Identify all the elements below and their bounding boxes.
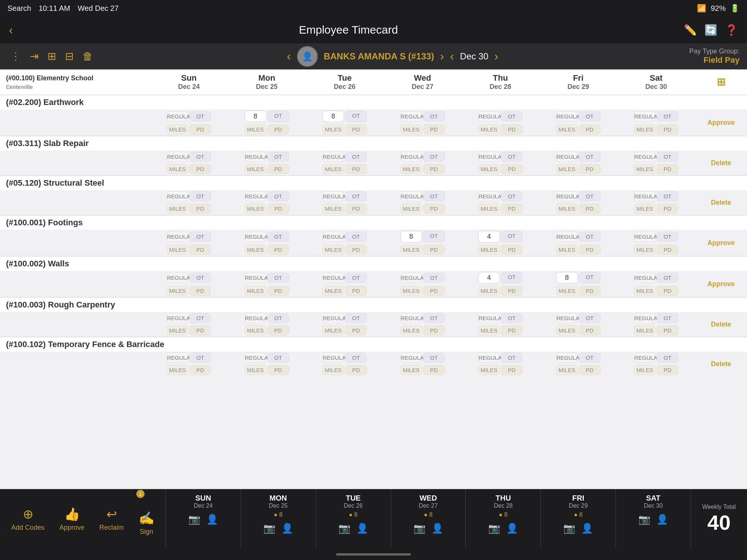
search-label[interactable]: Search — [7, 4, 31, 13]
pd-label-100002-day6[interactable]: PD — [657, 286, 678, 296]
reg-label-03311-day5[interactable]: REGULAR — [556, 152, 578, 162]
ot-label-03311-day0[interactable]: OT — [189, 152, 211, 162]
pd-label-100102-day6[interactable]: PD — [657, 365, 678, 375]
reg-label-100001-day2[interactable]: REGULAR — [322, 232, 344, 242]
pd-label-100002-day4[interactable]: PD — [501, 286, 523, 296]
pd-label-05120-day6[interactable]: PD — [657, 204, 678, 214]
reg-label-03311-day3[interactable]: REGULAR — [400, 152, 422, 162]
ot-label-05120-day4[interactable]: OT — [501, 191, 523, 201]
logout-button[interactable]: ⇥ — [27, 47, 41, 65]
ot-label-100001-day4[interactable]: OT — [501, 231, 523, 242]
pd-label-100001-day2[interactable]: PD — [345, 245, 367, 255]
pd-label-05120-day4[interactable]: PD — [501, 204, 523, 214]
miles-label-100001-day0[interactable]: MILES — [167, 245, 188, 255]
paste-button[interactable]: ⊟ — [62, 47, 77, 65]
pd-label-03311-day5[interactable]: PD — [579, 164, 601, 174]
reg-label-05120-day1[interactable]: REGULAR — [245, 191, 266, 201]
ot-label-100003-day0[interactable]: OT — [189, 313, 211, 323]
ot-label-100102-day0[interactable]: OT — [189, 353, 211, 363]
reg-label-03311-day6[interactable]: REGULAR — [634, 152, 655, 162]
reg-label-02200-day4[interactable]: REGULAR — [478, 111, 500, 121]
ot-label-100001-day2[interactable]: OT — [345, 232, 367, 242]
pd-label-05120-day1[interactable]: PD — [267, 204, 289, 214]
pd-label-03311-day6[interactable]: PD — [657, 164, 678, 174]
reg-label-100102-day0[interactable]: REGULAR — [167, 353, 188, 363]
ot-label-02200-day4[interactable]: OT — [501, 111, 523, 121]
pd-label-02200-day1[interactable]: PD — [267, 124, 289, 134]
miles-label-100001-day4[interactable]: MILES — [478, 245, 500, 255]
ot-label-05120-day3[interactable]: OT — [423, 191, 445, 201]
reg-label-05120-day0[interactable]: REGULAR — [167, 191, 188, 201]
pd-label-02200-day0[interactable]: PD — [189, 124, 211, 134]
miles-label-100001-day6[interactable]: MILES — [634, 245, 655, 255]
next-employee-button[interactable]: › — [440, 49, 444, 63]
miles-label-03311-day2[interactable]: MILES — [322, 164, 344, 174]
reg-value-02200-day2[interactable]: 8 — [322, 111, 344, 122]
reg-label-02200-day5[interactable]: REGULAR — [556, 111, 578, 121]
pd-label-03311-day4[interactable]: PD — [501, 164, 523, 174]
camera-icon-5[interactable]: 📷 — [563, 523, 575, 534]
ot-label-100003-day2[interactable]: OT — [345, 313, 367, 323]
next-week-button[interactable]: › — [495, 49, 499, 63]
pd-label-100003-day4[interactable]: PD — [501, 325, 523, 335]
ot-label-100003-day6[interactable]: OT — [657, 313, 678, 323]
reg-label-100003-day5[interactable]: REGULAR — [556, 313, 578, 323]
reg-label-02200-day3[interactable]: REGULAR — [400, 111, 422, 121]
pd-label-100003-day6[interactable]: PD — [657, 325, 678, 335]
edit-icon[interactable]: ✏️ — [684, 24, 697, 36]
pd-label-03311-day0[interactable]: PD — [189, 164, 211, 174]
miles-label-100102-day2[interactable]: MILES — [322, 365, 344, 375]
miles-label-05120-day0[interactable]: MILES — [167, 204, 188, 214]
pd-label-100001-day3[interactable]: PD — [423, 245, 445, 255]
ot-label-100102-day3[interactable]: OT — [423, 353, 445, 363]
miles-label-100102-day4[interactable]: MILES — [478, 365, 500, 375]
camera-icon-4[interactable]: 📷 — [488, 523, 500, 534]
person-icon-5[interactable]: 👤 — [581, 523, 593, 534]
ot-label-100003-day1[interactable]: OT — [267, 313, 289, 323]
miles-label-100102-day0[interactable]: MILES — [167, 365, 188, 375]
pd-label-100003-day5[interactable]: PD — [579, 325, 601, 335]
miles-label-100002-day2[interactable]: MILES — [322, 286, 344, 296]
miles-label-02200-day4[interactable]: MILES — [478, 124, 500, 134]
reg-label-03311-day2[interactable]: REGULAR — [322, 152, 344, 162]
reg-label-100102-day5[interactable]: REGULAR — [556, 353, 578, 363]
pd-label-05120-day5[interactable]: PD — [579, 204, 601, 214]
miles-label-02200-day0[interactable]: MILES — [167, 124, 188, 134]
pd-label-100102-day2[interactable]: PD — [345, 365, 367, 375]
pd-label-100102-day1[interactable]: PD — [267, 365, 289, 375]
reg-label-100002-day6[interactable]: REGULAR — [634, 273, 655, 283]
reg-label-100102-day4[interactable]: REGULAR — [478, 353, 500, 363]
action-col-03311[interactable]: Delete — [695, 151, 747, 176]
person-icon-3[interactable]: 👤 — [431, 523, 443, 534]
reg-label-05120-day5[interactable]: REGULAR — [556, 191, 578, 201]
ot-label-100003-day3[interactable]: OT — [423, 313, 445, 323]
ot-label-100002-day1[interactable]: OT — [267, 273, 289, 283]
add-codes-button[interactable]: ⊕ Add Codes — [4, 503, 52, 535]
delete-action-03311[interactable]: Delete — [711, 159, 731, 167]
ot-label-05120-day0[interactable]: OT — [189, 191, 211, 201]
action-col-100001[interactable]: Approve — [695, 230, 747, 256]
miles-label-02200-day1[interactable]: MILES — [245, 124, 266, 134]
delete-action-100102[interactable]: Delete — [711, 360, 731, 368]
ot-label-03311-day5[interactable]: OT — [579, 152, 601, 162]
reg-label-100002-day1[interactable]: REGULAR — [245, 273, 266, 283]
ot-label-100002-day2[interactable]: OT — [345, 273, 367, 283]
menu-button[interactable]: ⋮ — [7, 47, 24, 65]
reg-label-100003-day0[interactable]: REGULAR — [167, 313, 188, 323]
pd-label-100001-day0[interactable]: PD — [189, 245, 211, 255]
miles-label-100003-day1[interactable]: MILES — [245, 325, 266, 335]
miles-label-100102-day3[interactable]: MILES — [400, 365, 422, 375]
approve-action-02200[interactable]: Approve — [707, 119, 735, 126]
miles-label-03311-day6[interactable]: MILES — [634, 164, 655, 174]
ot-label-03311-day1[interactable]: OT — [267, 152, 289, 162]
reg-label-05120-day6[interactable]: REGULAR — [634, 191, 655, 201]
miles-label-100002-day5[interactable]: MILES — [556, 286, 578, 296]
miles-label-100002-day4[interactable]: MILES — [478, 286, 500, 296]
ot-label-100002-day6[interactable]: OT — [657, 273, 678, 283]
miles-label-100003-day2[interactable]: MILES — [322, 325, 344, 335]
ot-label-100102-day2[interactable]: OT — [345, 353, 367, 363]
reg-label-100001-day0[interactable]: REGULAR — [167, 232, 188, 242]
miles-label-05120-day2[interactable]: MILES — [322, 204, 344, 214]
pd-label-100001-day5[interactable]: PD — [579, 245, 601, 255]
person-icon-6[interactable]: 👤 — [656, 514, 668, 525]
